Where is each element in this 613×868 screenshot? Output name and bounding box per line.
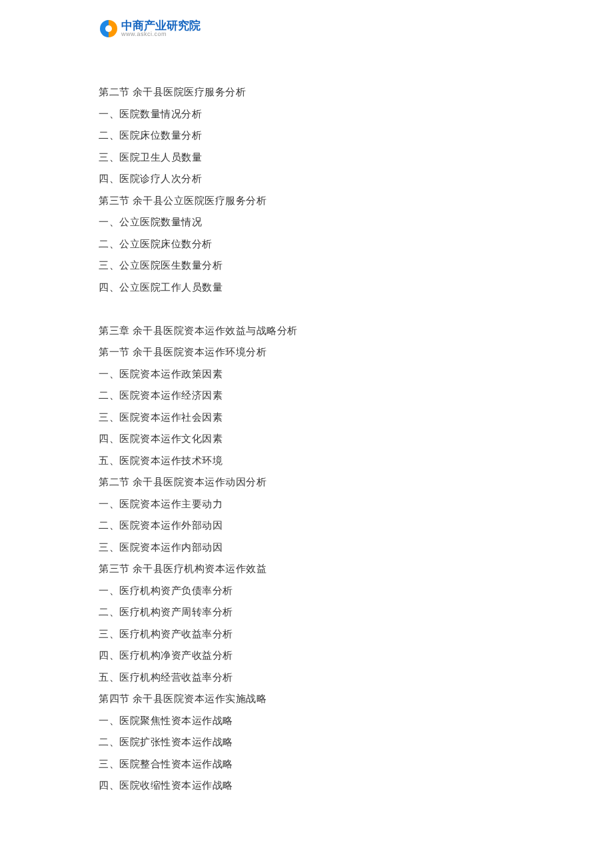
toc-line: 第四节 余干县医院资本运作实施战略 — [99, 688, 512, 710]
toc-line: 二、公立医院床位数分析 — [99, 233, 512, 255]
toc-line: 二、医院资本运作外部动因 — [99, 515, 512, 537]
logo-text-group: 中商产业研究院 www.askci.com — [121, 20, 201, 37]
logo: 中商产业研究院 www.askci.com — [99, 19, 201, 39]
toc-line: 一、医院资本运作主要动力 — [99, 493, 512, 515]
toc-line: 四、公立医院工作人员数量 — [99, 277, 512, 299]
toc-line: 一、医院资本运作政策因素 — [99, 363, 512, 385]
svg-point-0 — [105, 25, 112, 32]
toc-line: 二、医疗机构资产周转率分析 — [99, 601, 512, 623]
toc-line: 二、医院床位数量分析 — [99, 125, 512, 147]
toc-line: 第一节 余干县医院资本运作环境分析 — [99, 341, 512, 363]
toc-line: 五、医疗机构经营收益率分析 — [99, 667, 512, 689]
toc-content: 第二节 余干县医院医疗服务分析 一、医院数量情况分析 二、医院床位数量分析 三、… — [99, 81, 512, 797]
section-gap — [99, 298, 512, 320]
toc-line: 三、医疗机构资产收益率分析 — [99, 623, 512, 645]
toc-line: 一、医疗机构资产负债率分析 — [99, 580, 512, 602]
toc-line: 三、医院整合性资本运作战略 — [99, 753, 512, 775]
toc-line: 第三节 余干县公立医院医疗服务分析 — [99, 190, 512, 212]
toc-line: 四、医院诊疗人次分析 — [99, 168, 512, 190]
toc-line: 四、医院资本运作文化因素 — [99, 428, 512, 450]
toc-line: 三、医院资本运作社会因素 — [99, 407, 512, 429]
toc-line: 第二节 余干县医院资本运作动因分析 — [99, 471, 512, 493]
toc-line: 一、医院聚焦性资本运作战略 — [99, 710, 512, 732]
toc-line: 三、公立医院医生数量分析 — [99, 255, 512, 277]
toc-line: 二、医院扩张性资本运作战略 — [99, 731, 512, 753]
logo-icon — [99, 19, 119, 39]
logo-text-cn: 中商产业研究院 — [121, 20, 201, 31]
toc-line: 二、医院资本运作经济因素 — [99, 385, 512, 407]
toc-line: 第三章 余干县医院资本运作效益与战略分析 — [99, 320, 512, 342]
toc-line: 一、医院数量情况分析 — [99, 103, 512, 125]
toc-line: 一、公立医院数量情况 — [99, 211, 512, 233]
toc-line: 三、医院卫生人员数量 — [99, 147, 512, 169]
toc-line: 三、医院资本运作内部动因 — [99, 537, 512, 559]
toc-line: 第二节 余干县医院医疗服务分析 — [99, 81, 512, 103]
toc-line: 四、医院收缩性资本运作战略 — [99, 775, 512, 797]
logo-text-en: www.askci.com — [121, 31, 201, 37]
toc-line: 五、医院资本运作技术环境 — [99, 450, 512, 472]
toc-line: 四、医疗机构净资产收益分析 — [99, 645, 512, 667]
toc-line: 第三节 余干县医疗机构资本运作效益 — [99, 558, 512, 580]
